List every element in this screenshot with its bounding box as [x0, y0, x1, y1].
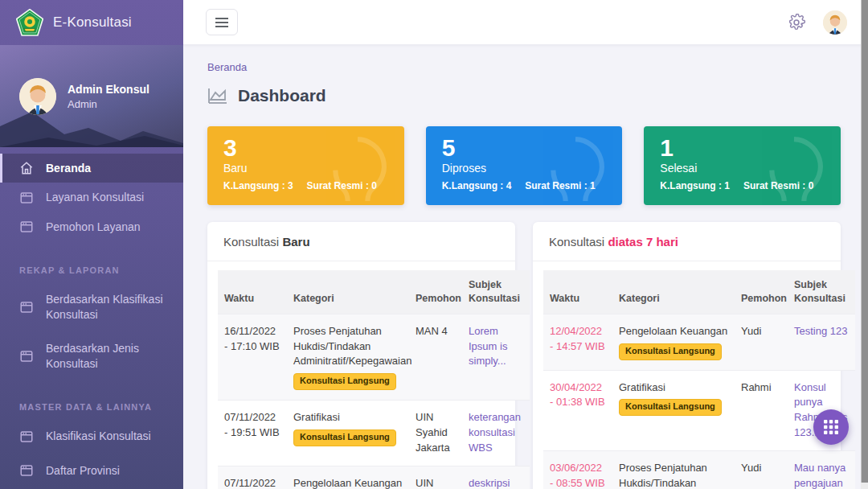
- table-row[interactable]: 30/04/2022- 01:38 WIB GratifikasiKonsult…: [543, 370, 855, 450]
- stat-card-selesai[interactable]: 1 Selesai K.Langsung : 1 Surat Resmi : 0: [644, 126, 841, 205]
- topbar: [183, 0, 868, 45]
- row-time: - 01:38 WIB: [550, 395, 606, 410]
- table-row[interactable]: 16/11/2022- 17:10 WIB Proses Penjatuhan …: [218, 314, 530, 400]
- hamburger-icon: [215, 17, 229, 28]
- row-pemohon: UIN Syahid Jakarta: [409, 466, 462, 489]
- tables-row: Konsultasi Baru Waktu Kategori Pemohon S…: [207, 222, 841, 489]
- table-row[interactable]: 07/11/2022- 19:44 WIB Pengelolaan Keuang…: [218, 466, 530, 489]
- col-waktu: Waktu: [218, 270, 287, 314]
- stat-card-baru[interactable]: 3 Baru K.Langsung : 3 Surat Resmi : 0: [207, 126, 404, 205]
- avatar[interactable]: [19, 78, 56, 115]
- stat-cards-row: 3 Baru K.Langsung : 3 Surat Resmi : 0 5 …: [207, 126, 841, 205]
- sidebar-item-label: Daftar Provinsi: [46, 463, 120, 478]
- kemenag-logo-icon: [16, 9, 43, 36]
- konsultasi-baru-table: Waktu Kategori Pemohon Subjek Konsultasi…: [218, 270, 530, 489]
- row-kategori: Proses Penjatuhan Hukdis/Tindakan Admini…: [293, 324, 403, 370]
- card-title: Konsultasi diatas 7 hari: [533, 222, 841, 261]
- row-kategori: Gratifikasi: [293, 410, 403, 425]
- breadcrumb[interactable]: Beranda: [207, 61, 841, 73]
- subjek-link[interactable]: deskripsi 444: [469, 477, 510, 489]
- card-title-highlight: diatas 7 hari: [608, 235, 678, 249]
- content-area: Beranda Dashboard 3 Baru K.Langsung: [183, 45, 868, 489]
- row-time: - 19:51 WIB: [224, 425, 280, 441]
- scrollbar-thumb[interactable]: [861, 0, 868, 483]
- sidebar-item-label: Berdasarkan Jenis Konsultasi: [46, 341, 166, 371]
- main-area: Beranda Dashboard 3 Baru K.Langsung: [183, 0, 868, 489]
- sidebar-section-rekap-laporan: REKAP & LAPORAN: [0, 265, 183, 275]
- row-date: 03/06/2022: [550, 461, 606, 476]
- stat-card-diproses[interactable]: 5 Diproses K.Langsung : 4 Surat Resmi : …: [426, 126, 623, 205]
- page-title: Dashboard: [238, 86, 326, 105]
- col-kategori: Kategori: [612, 270, 735, 314]
- col-waktu: Waktu: [543, 270, 612, 314]
- sidebar-item-label: Pemohon Layanan: [46, 220, 141, 234]
- sidebar-item-klasifikasi-konsultasi[interactable]: Klasifikasi Konsultasi: [0, 421, 183, 450]
- row-kategori: Pengelolaan Keuangan: [293, 476, 403, 489]
- sidebar-item-beranda[interactable]: Beranda: [0, 154, 183, 183]
- user-profile-panel: Admin Ekonsul Admin: [0, 45, 183, 147]
- sidebar-header: E-Konsultasi: [0, 0, 183, 45]
- sidebar-item-daftar-provinsi[interactable]: Daftar Provinsi: [0, 456, 183, 485]
- konsultasi-baru-card: Konsultasi Baru Waktu Kategori Pemohon S…: [207, 222, 515, 489]
- subjek-link[interactable]: Mau nanya pengajuan cuti tahunan....: [794, 462, 845, 489]
- app-window: E-Konsultasi Admin Ekonsul Admin: [0, 0, 868, 489]
- lightbulb-icon: [535, 134, 616, 205]
- subjek-link[interactable]: Lorem Ipsum is simply...: [469, 325, 507, 368]
- sidebar-item-berdasarkan-klasifikasi[interactable]: Berdasarkan Klasifikasi Konsultasi: [0, 285, 183, 329]
- status-badge: Konsultasi Langsung: [619, 343, 722, 360]
- row-date: 07/11/2022: [224, 410, 280, 425]
- card-title-highlight: Baru: [282, 235, 309, 249]
- quick-menu-fab-button[interactable]: [813, 409, 849, 445]
- window-icon: [19, 349, 34, 364]
- table-row[interactable]: 03/06/2022- 08:55 WIB Proses Penjatuhan …: [543, 450, 855, 489]
- col-pemohon: Pemohon: [735, 270, 788, 314]
- konsultasi-diatas-7-hari-card: Konsultasi diatas 7 hari Waktu Kategori …: [533, 222, 841, 489]
- window-icon: [19, 463, 34, 478]
- stat-klangsung: K.Langsung : 1: [660, 180, 730, 191]
- row-date: 16/11/2022: [224, 324, 280, 339]
- status-badge: Konsultasi Langsung: [293, 373, 396, 390]
- page-scrollbar[interactable]: [861, 0, 868, 489]
- page-header: Dashboard: [207, 86, 841, 105]
- row-pemohon: Yudi: [735, 450, 788, 489]
- sidebar-item-label: Layanan Konsultasi: [46, 190, 144, 204]
- sidebar-item-pemohon-layanan[interactable]: Pemohon Layanan: [0, 212, 183, 241]
- row-date: 12/04/2022: [550, 324, 606, 339]
- table-row[interactable]: 07/11/2022- 19:51 WIB GratifikasiKonsult…: [218, 401, 530, 466]
- topbar-avatar[interactable]: [823, 10, 847, 35]
- sidebar-item-layanan-konsultasi[interactable]: Layanan Konsultasi: [0, 183, 183, 212]
- sidebar-menu: Beranda Layanan Konsultasi Pemohon Layan…: [0, 147, 183, 485]
- row-pemohon: UIN Syahid Jakarta: [409, 401, 462, 466]
- dashboard-chart-icon: [207, 87, 228, 105]
- row-time: - 08:55 WIB: [550, 476, 606, 489]
- user-info: Admin Ekonsul Admin: [68, 83, 149, 110]
- sidebar: E-Konsultasi Admin Ekonsul Admin: [0, 0, 183, 489]
- status-badge: Konsultasi Langsung: [293, 429, 396, 446]
- settings-gear-icon[interactable]: [788, 14, 805, 31]
- row-kategori: Proses Penjatuhan Hukdis/Tindakan Admini…: [619, 461, 728, 489]
- col-subjek: Subjek Konsultasi: [788, 270, 855, 314]
- row-time: - 17:10 WIB: [224, 339, 280, 355]
- row-pemohon: Yudi: [735, 314, 788, 370]
- col-subjek: Subjek Konsultasi: [462, 270, 530, 314]
- window-icon: [19, 191, 34, 205]
- card-title-prefix: Konsultasi: [223, 235, 282, 249]
- grid-icon: [823, 419, 839, 435]
- home-icon: [19, 161, 34, 175]
- row-time: - 14:57 WIB: [550, 339, 606, 355]
- card-title-prefix: Konsultasi: [549, 235, 608, 249]
- sidebar-toggle-button[interactable]: [206, 9, 238, 35]
- row-pemohon: Rahmi: [735, 370, 788, 450]
- col-kategori: Kategori: [287, 270, 409, 314]
- table-row[interactable]: 12/04/2022- 14:57 WIB Pengelolaan Keuang…: [543, 314, 855, 370]
- stat-klangsung: K.Langsung : 3: [223, 180, 293, 191]
- user-role: Admin: [68, 98, 149, 110]
- row-date: 30/04/2022: [550, 380, 606, 396]
- topbar-actions: [788, 10, 847, 35]
- sidebar-item-berdasarkan-jenis[interactable]: Berdasarkan Jenis Konsultasi: [0, 334, 183, 378]
- stat-klangsung: K.Langsung : 4: [442, 180, 512, 191]
- user-name: Admin Ekonsul: [68, 83, 149, 96]
- sidebar-section-master-data: MASTER DATA & LAINNYA: [0, 402, 183, 412]
- subjek-link[interactable]: Testing 123: [794, 325, 848, 337]
- subjek-link[interactable]: keterangan konsultasi WBS: [469, 411, 521, 454]
